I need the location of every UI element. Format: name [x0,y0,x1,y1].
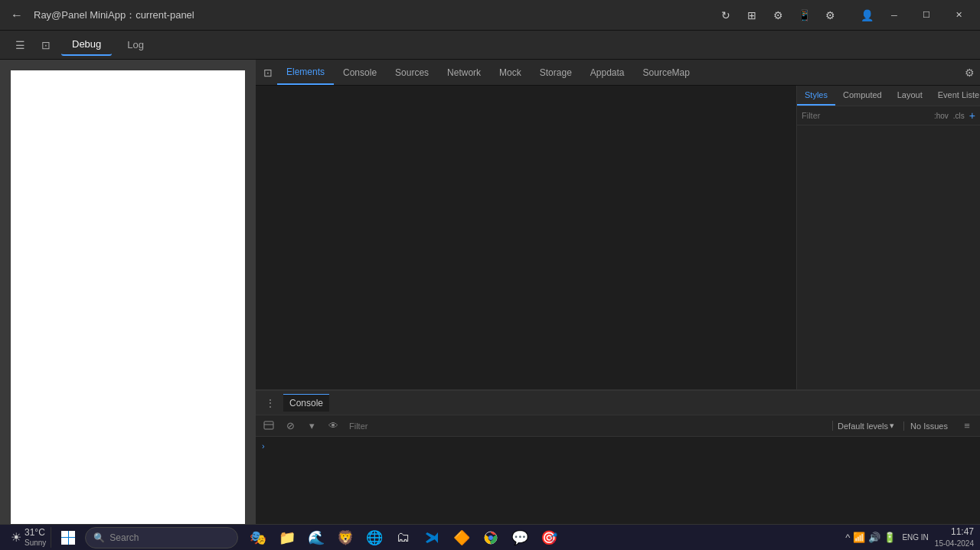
tab-sourcemap[interactable]: SourceMap [634,60,699,85]
minimize-button[interactable]: ─ [879,5,910,26]
style-tab-layout[interactable]: Layout [890,86,930,106]
devtools-content: Styles Computed Layout Event Listeners >… [256,86,980,389]
refresh-icon[interactable]: ↻ [715,5,737,26]
console-filter-input[interactable] [346,420,828,432]
add-style-btn[interactable]: + [969,109,975,122]
window-title: Ray@Panel MiniApp：current-panel [34,8,709,22]
clock-time: 11:47 [935,526,974,539]
weather-desc: Sunny [24,539,46,548]
tab-network[interactable]: Network [438,60,490,85]
console-tab-label[interactable]: Console [283,394,329,412]
console-block-btn[interactable]: ⊘ [282,418,299,434]
maximize-button[interactable]: ☐ [911,5,942,26]
settings-icon[interactable]: ⚙ [819,5,841,26]
svg-marker-3 [433,532,438,543]
console-extra-btn[interactable]: ≡ [959,418,975,434]
close-button[interactable]: ✕ [943,5,974,26]
tab-console-devtools[interactable]: Console [334,60,386,85]
battery-icon[interactable]: 🔋 [884,532,896,543]
taskbar-app-misc[interactable]: 🎯 [535,525,563,551]
devtools-tabs: ⊡ Elements Console Sources Network Mock … [256,60,980,86]
weather-icon: ☀ [11,530,21,545]
tab-mock[interactable]: Mock [490,60,531,85]
console-dropdown-btn[interactable]: ▾ [303,418,320,434]
title-bar: ← Ray@Panel MiniApp：current-panel ↻ ⊞ ⚙ … [0,0,980,31]
console-issues-badge: No Issues [903,421,954,431]
style-tab-computed[interactable]: Computed [835,86,890,106]
back-button[interactable]: ← [6,5,28,26]
clock-date: 15-04-2024 [935,539,974,548]
taskbar-app-emoji[interactable]: 🎭 [244,525,272,551]
preview-content [11,70,245,539]
phone-icon[interactable]: 📱 [793,5,815,26]
taskbar-app-chrome[interactable] [477,525,505,551]
hov-toggle[interactable]: :hov [934,112,949,120]
system-tray-arrow[interactable]: ^ [845,532,850,543]
console-clear-btn[interactable] [260,418,277,434]
toolbar-layout-icon[interactable]: ⊡ [35,34,57,56]
taskbar-app-browser1[interactable]: 🌊 [302,525,330,551]
weather-widget: ☀ 31°C Sunny [6,527,51,547]
tab-storage[interactable]: Storage [531,60,581,85]
taskbar-right: ^ 📶 🔊 🔋 ENG IN 11:47 15-04-2024 [845,526,974,548]
weather-info: 31°C Sunny [24,527,46,547]
console-header: ⋮ Console [256,391,980,415]
wifi-icon[interactable]: 📶 [853,532,865,543]
toolbar: ☰ ⊡ Debug Log [0,31,980,60]
taskbar-search[interactable]: 🔍 Search [85,527,238,548]
svg-rect-0 [264,421,273,429]
sys-icons: ^ 📶 🔊 🔋 [845,532,896,543]
style-tab-events[interactable]: Event Listeners [930,86,980,106]
devtools-selector-icon[interactable]: ⊡ [259,60,277,85]
styles-panel: Styles Computed Layout Event Listeners >… [796,86,980,389]
tab-debug[interactable]: Debug [61,34,112,56]
toolbar-menu-icon[interactable]: ☰ [9,34,31,56]
tab-appdata[interactable]: Appdata [581,60,634,85]
window-controls: 👤 ─ ☐ ✕ [856,5,974,26]
weather-temp: 31°C [24,527,46,538]
tab-elements[interactable]: Elements [277,60,334,85]
taskbar-apps: 🎭 📁 🌊 🦁 🌐 🗂 🔶 💬 🎯 [244,525,563,551]
title-bar-controls: ↻ ⊞ ⚙ 📱 ⚙ [715,5,841,26]
gear-icon[interactable]: ⚙ [767,5,789,26]
styles-filter-bar: :hov .cls + [797,106,980,125]
console-toolbar: ⊘ ▾ 👁 Default levels ▾ No Issues ≡ [256,415,980,437]
taskbar-app-file-explorer[interactable]: 📁 [273,525,301,551]
devtools-panel: ⊡ Elements Console Sources Network Mock … [256,60,980,550]
taskbar: ☀ 31°C Sunny 🔍 Search 🎭 📁 🌊 🦁 🌐 🗂 🔶 💬 🎯 [0,524,980,550]
volume-icon[interactable]: 🔊 [868,532,880,543]
styles-filter-input[interactable] [802,111,929,120]
search-placeholder-text: Search [109,532,139,543]
style-tab-styles[interactable]: Styles [797,86,835,106]
person-icon[interactable]: 👤 [856,5,877,26]
styles-tabs: Styles Computed Layout Event Listeners >… [797,86,980,106]
elements-tree [256,86,796,389]
taskbar-app-orange[interactable]: 🔶 [448,525,475,551]
taskbar-app-whatsapp[interactable]: 💬 [506,525,534,551]
cls-toggle[interactable]: .cls [953,112,965,120]
devtools-main: ⊡ Elements Console Sources Network Mock … [0,60,980,550]
search-icon: 🔍 [93,532,105,543]
start-button[interactable] [54,525,82,551]
devtools-settings-icon[interactable]: ⚙ [959,60,980,85]
tab-sources[interactable]: Sources [386,60,438,85]
lang-region[interactable]: ENG IN [902,532,928,542]
taskbar-clock[interactable]: 11:47 15-04-2024 [935,526,974,548]
taskbar-app-files[interactable]: 🗂 [390,525,417,551]
windows-logo [61,531,75,545]
taskbar-app-edge[interactable]: 🌐 [361,525,388,551]
tab-log[interactable]: Log [116,34,155,55]
console-levels-dropdown[interactable]: Default levels ▾ [832,421,899,431]
console-chevron[interactable]: › [262,441,974,451]
taskbar-app-vscode[interactable] [419,525,446,551]
main-content: ⊡ Elements Console Sources Network Mock … [0,60,980,550]
preview-pane [0,60,256,550]
grid-icon[interactable]: ⊞ [741,5,763,26]
console-eye-btn[interactable]: 👁 [325,418,341,434]
console-menu-icon[interactable]: ⋮ [262,395,279,411]
taskbar-app-brave[interactable]: 🦁 [332,525,359,551]
svg-point-5 [488,535,493,540]
